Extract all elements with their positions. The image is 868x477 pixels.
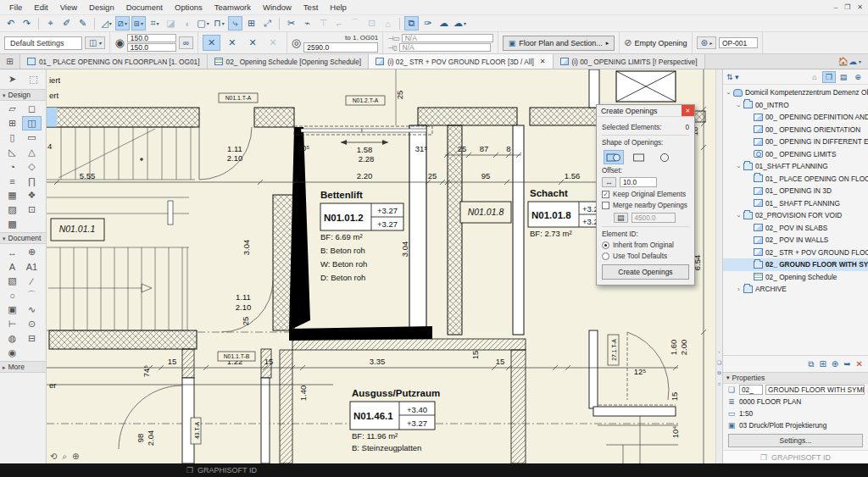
use-tool-defaults-radio[interactable] xyxy=(602,252,609,260)
minimize-icon[interactable]: ‒ xyxy=(834,3,837,11)
nav-item[interactable]: 00_ OPENING IN DIFFERENT ELEMENT TYPES xyxy=(723,136,868,148)
set-square-icon[interactable]: ◿▾ xyxy=(99,16,114,31)
opening-type-label[interactable]: Empty Opening xyxy=(635,39,687,47)
new-viewpoint-icon[interactable]: ⊞ xyxy=(819,359,826,369)
collapse-panel-icon[interactable]: ‹ xyxy=(719,349,721,354)
trim-mode-2-icon[interactable]: ✕ xyxy=(223,35,241,51)
clone-folder-icon[interactable]: ⧉ xyxy=(808,359,814,369)
nav-item[interactable]: 01_ OPENING IN 3D xyxy=(723,185,868,197)
navigator-options-icon[interactable]: ⇅ ▾ xyxy=(726,73,739,81)
tool-dimension[interactable]: ↔ xyxy=(3,245,22,259)
nav-item[interactable]: 02_ POV IN WALLS xyxy=(723,234,868,247)
tool-opening[interactable]: ⊡ xyxy=(22,202,42,217)
y-size-field[interactable]: 150.0 xyxy=(127,43,176,52)
trim-mode-1-icon[interactable]: ✕ xyxy=(203,35,220,51)
tab-overview-icon[interactable]: ⊞ xyxy=(0,54,20,69)
view-name-field[interactable]: GROUND FLOOR WITH SYMBOLS xyxy=(765,385,865,395)
nav-item[interactable]: ⌄01_SHAFT PLANNING xyxy=(723,160,868,173)
tool-arrow[interactable]: ➤ xyxy=(3,72,22,86)
tool-worksheet[interactable]: ⊟ xyxy=(22,331,42,346)
tool-line[interactable]: ∕ xyxy=(22,274,42,288)
nav-item[interactable]: 00_ OPENING DEFINITION AND SHAPE xyxy=(723,111,868,124)
layer-combination-value[interactable]: 0000 FLOOR PLAN xyxy=(739,397,801,406)
display-mode-button[interactable]: ▣Floor Plan and Section...▸ xyxy=(503,36,615,51)
publish-cloud-icon[interactable]: ☁ xyxy=(437,16,451,31)
view-id-field[interactable]: 02_ xyxy=(739,385,763,395)
canvas-vertical-scrollbar[interactable]: ‹ ❏ ⧉ ⌗ xyxy=(715,69,722,463)
favorites-preset[interactable]: Default Settings xyxy=(4,36,82,50)
trim-mode-3-icon[interactable]: ✕ xyxy=(243,35,261,51)
tool-column[interactable]: ▯ xyxy=(3,130,22,145)
pick-up-parameters-icon[interactable]: ✐ xyxy=(59,16,74,31)
tool-polyline[interactable]: ⌒ xyxy=(22,288,42,302)
tool-fill[interactable]: ▧ xyxy=(3,274,22,288)
nav-item[interactable]: 01_ SHAFT PLANNING xyxy=(723,197,868,210)
dialog-titlebar[interactable]: Create Openings ✕ xyxy=(597,105,694,117)
nav-item[interactable]: 02_ Opening Schedule xyxy=(723,271,868,284)
nav-item[interactable]: 01_ PLACE OPENING ON FLOORPLAN xyxy=(723,173,868,186)
zone-stamp-stairs[interactable]: N01.01.1 xyxy=(51,219,104,241)
split-icon[interactable]: ✂ xyxy=(284,16,298,31)
menu-edit[interactable]: Edit xyxy=(28,1,53,14)
nav-item[interactable]: 02_ POV IN SLABS xyxy=(723,222,868,235)
shape-circle-button[interactable] xyxy=(654,150,675,164)
top-limit-field[interactable]: N/A xyxy=(402,34,493,42)
x-size-field[interactable]: 150.0 xyxy=(127,34,176,42)
anchor-point-icon[interactable]: ◉ xyxy=(114,36,124,49)
view-map-icon[interactable]: ❐ xyxy=(822,71,836,83)
teamwork-clouds-icon[interactable]: ☁▾ xyxy=(453,16,467,31)
toolbox-section-more[interactable]: ▸More xyxy=(0,361,46,373)
chain-link-icon[interactable]: ∞ xyxy=(179,36,193,49)
scale-value[interactable]: 1:50 xyxy=(739,409,753,418)
tool-grid[interactable]: ▦ xyxy=(3,188,22,202)
nav-item[interactable]: ⌄02_PROVISION FOR VOID xyxy=(723,209,868,222)
nav-item[interactable]: ⌄00_INTRO xyxy=(723,99,868,112)
move-icon[interactable]: ⤷ xyxy=(228,16,242,31)
tool-circle[interactable]: ○ xyxy=(3,288,22,302)
adjust-icon[interactable]: ⌁ xyxy=(300,16,314,31)
undo-icon[interactable]: ↶ xyxy=(3,16,18,31)
delete-icon[interactable]: ✕ xyxy=(856,359,863,369)
new-folder-icon[interactable]: ⊕ xyxy=(832,359,838,369)
toolbox-section-document[interactable]: ▾Document xyxy=(0,232,46,244)
bottom-limit-field[interactable]: N/A xyxy=(399,43,491,52)
quick-copy-icon[interactable]: ⧉ xyxy=(717,370,721,376)
tool-window[interactable]: ◫ xyxy=(22,116,42,130)
offset-field[interactable]: 10.0 xyxy=(620,177,657,187)
tab-opening-limits[interactable]: (i) 00_ OPENING LIMITS [! Perspective] xyxy=(554,54,705,69)
tool-label[interactable]: A1 xyxy=(22,259,42,274)
tool-mesh[interactable]: ▩ xyxy=(3,217,22,231)
tab-place-opening[interactable]: 01_ PLACE OPENING ON FLOORPLAN [1. OG01] xyxy=(20,54,208,69)
create-openings-button[interactable]: Create Openings xyxy=(602,264,689,280)
editing-plane-icon[interactable]: ⧈▾ xyxy=(131,16,146,31)
merge-openings-checkbox[interactable] xyxy=(602,202,609,209)
tool-wall[interactable]: ▱ xyxy=(3,102,22,116)
tool-elevation[interactable]: ⊙ xyxy=(22,317,42,331)
tool-stair[interactable]: ≡ xyxy=(3,174,22,188)
tool-slab[interactable]: ◺ xyxy=(3,145,22,159)
menu-document[interactable]: Document xyxy=(120,1,169,14)
menu-test[interactable]: Test xyxy=(298,1,324,14)
stretch-icon[interactable]: ⊞ xyxy=(244,16,259,31)
dialog-close-icon[interactable]: ✕ xyxy=(682,105,694,116)
tool-marquee[interactable]: ⬚ xyxy=(24,72,43,86)
snap-grid-icon[interactable]: ⌗▾ xyxy=(147,16,162,31)
tool-detail[interactable]: ◍ xyxy=(3,331,22,346)
settings-dialog-button[interactable]: ◫▾ xyxy=(85,36,105,49)
tool-figure[interactable]: ▣ xyxy=(3,302,22,317)
resize-icon[interactable]: ⤢ xyxy=(260,16,275,31)
tool-shell[interactable]: ◔ xyxy=(3,159,22,174)
elevation-field[interactable]: 2590.0 xyxy=(303,42,378,53)
tab-opening-schedule[interactable]: 02_ Opening Schedule [Opening Schedule] xyxy=(208,54,370,69)
marquee-mode-icon[interactable]: ▢▾ xyxy=(196,16,210,31)
tool-door[interactable]: ◻ xyxy=(22,102,42,116)
tab-str-pov-ground-floor[interactable]: (i) 02_ STR + POV GROUND FLOOR [3D / All… xyxy=(369,54,553,69)
restore-icon[interactable]: ❐ xyxy=(844,3,850,11)
save-view-icon[interactable]: ➥ xyxy=(843,359,850,369)
tool-roof[interactable]: △ xyxy=(22,145,42,159)
shape-rectangle-button[interactable] xyxy=(629,150,649,164)
globe-icon[interactable]: ⊛▸ xyxy=(697,36,716,49)
nav-item[interactable]: 00_ OPENING LIMITS xyxy=(723,148,868,161)
tool-section[interactable]: ⊢ xyxy=(3,317,22,331)
structural-column[interactable] xyxy=(616,71,676,102)
